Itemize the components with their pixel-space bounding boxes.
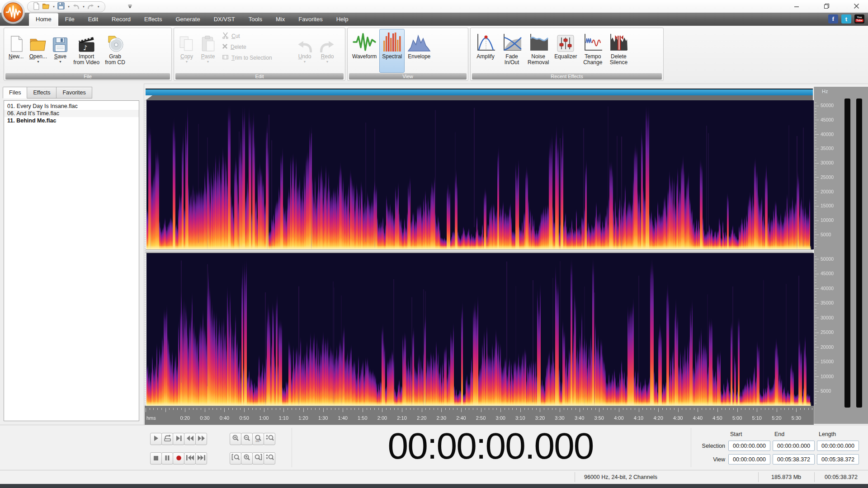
spectrogram-channel-left[interactable] [146, 100, 814, 249]
tempo-change-button[interactable]: TempoChange [580, 29, 606, 73]
ribbon-group-label-view: View [349, 73, 467, 80]
overview-navigation-bar[interactable] [146, 89, 813, 95]
fade-icon [501, 31, 522, 52]
ribbon-group-label-edit: Edit [175, 73, 344, 80]
spectral-button[interactable]: Spectral [379, 29, 405, 73]
minimize-icon[interactable] [788, 1, 806, 11]
dropdown-caret-icon[interactable]: ▼ [185, 60, 189, 63]
envelope-button[interactable]: Envelope [405, 29, 434, 73]
go-to-end-button[interactable] [195, 452, 207, 465]
zoom-in-alt-button[interactable] [241, 452, 253, 465]
tab-file[interactable]: File [58, 13, 81, 26]
tab-dx-vst[interactable]: DX/VST [207, 13, 242, 26]
side-tab-favorites[interactable]: Favorites [57, 87, 92, 99]
grab-from-cd-button[interactable]: Grabfrom CD [102, 29, 128, 73]
copy-label: Copy [180, 54, 193, 60]
customize-toolbar-button[interactable] [127, 3, 132, 11]
playhead-marker-icon[interactable] [146, 95, 152, 100]
dropdown-caret-icon[interactable]: ▼ [303, 60, 307, 63]
waveform-button[interactable]: Waveform [349, 29, 379, 73]
dropdown-caret-icon[interactable]: ▼ [82, 5, 85, 8]
cut-button[interactable]: Cut [222, 32, 290, 41]
dropdown-caret-icon[interactable]: ▼ [67, 5, 70, 8]
app-logo-menu-button[interactable] [1, 0, 25, 24]
fast-forward-icon [198, 435, 205, 443]
selection-end-field[interactable]: 00:00:00.000 [773, 441, 815, 451]
dropdown-caret-icon[interactable]: ▼ [59, 60, 62, 63]
dropdown-caret-icon[interactable]: ▼ [207, 60, 210, 63]
play-button[interactable] [150, 433, 162, 445]
record-button[interactable] [173, 452, 184, 465]
amplify-button[interactable]: Amplify [472, 29, 499, 73]
file-item[interactable]: 01. Every Day Is Insane.flac [4, 103, 139, 110]
zoom-100-button[interactable]: 100 [252, 433, 264, 445]
maximize-icon[interactable] [817, 1, 835, 11]
redo-button[interactable] [86, 2, 95, 11]
tab-effects[interactable]: Effects [137, 13, 169, 26]
delete-button[interactable]: Delete [222, 42, 290, 52]
dropdown-caret-icon[interactable]: ▼ [37, 60, 40, 63]
window-controls [788, 1, 865, 11]
zoom-out-icon [242, 434, 251, 444]
equalizer-button[interactable]: Equalizer [552, 29, 580, 73]
youtube-icon[interactable]: YouTube [854, 14, 864, 23]
view-start-field[interactable]: 00:00:00.000 [728, 454, 770, 465]
delete-icon [222, 43, 228, 51]
zoom-vertical-alt-button[interactable] [264, 452, 275, 465]
close-icon[interactable] [847, 1, 865, 11]
delete-silence-button[interactable]: DeleteSilence [606, 29, 631, 73]
twitter-icon[interactable]: t [841, 14, 851, 23]
spectral-label: Spectral [382, 54, 402, 60]
zoom-selection-end-button[interactable] [252, 452, 264, 465]
tab-edit[interactable]: Edit [81, 13, 105, 26]
undo-button[interactable] [71, 2, 80, 11]
tab-home[interactable]: Home [29, 13, 58, 26]
paste-button[interactable]: Paste▼ [198, 29, 218, 73]
spectrogram-channel-right[interactable] [146, 253, 814, 406]
loop-button[interactable] [161, 433, 173, 445]
fast-forward-button[interactable] [195, 433, 207, 445]
save-button[interactable]: Save▼ [50, 29, 71, 73]
dropdown-caret-icon[interactable]: ▼ [52, 5, 55, 8]
file-item[interactable]: 06. And It's Time.flac [4, 110, 139, 117]
dropdown-caret-icon[interactable]: ▼ [326, 60, 329, 63]
import-from-video-button[interactable]: ♪Importfrom Video [71, 29, 102, 73]
selection-start-field[interactable]: 00:00:00.000 [728, 441, 770, 451]
playhead-strip[interactable] [146, 95, 813, 100]
redo-button[interactable]: Redo▼ [316, 29, 339, 73]
save-file-button[interactable] [57, 2, 66, 11]
new-button[interactable]: New... [6, 29, 26, 73]
trim-to-selection-button[interactable]: Trim to Selection [222, 53, 290, 62]
rewind-button[interactable] [184, 433, 196, 445]
play-to-end-button[interactable] [173, 433, 184, 445]
tab-help[interactable]: Help [330, 13, 355, 26]
view-length-field[interactable]: 00:05:38.372 [817, 454, 859, 465]
tab-favorites[interactable]: Favorites [292, 13, 329, 26]
new-file-button[interactable] [32, 2, 40, 11]
go-to-start-button[interactable] [184, 452, 196, 465]
tab-tools[interactable]: Tools [242, 13, 269, 26]
tab-mix[interactable]: Mix [269, 13, 292, 26]
selection-length-field[interactable]: 00:00:00.000 [817, 441, 859, 451]
copy-button[interactable]: Copy▼ [176, 29, 198, 73]
tab-record[interactable]: Record [105, 13, 137, 26]
zoom-selection-start-button[interactable] [230, 452, 241, 465]
zoom-out-button[interactable] [241, 433, 253, 445]
time-ruler[interactable] [145, 406, 814, 425]
facebook-icon[interactable]: f [828, 14, 838, 23]
zoom-vertical-button[interactable] [264, 433, 275, 445]
tab-generate[interactable]: Generate [169, 13, 207, 26]
file-item[interactable]: 11. Behind Me.flac [4, 117, 139, 124]
side-tab-effects[interactable]: Effects [27, 87, 57, 99]
undo-button[interactable]: Undo▼ [293, 29, 316, 73]
dropdown-caret-icon[interactable]: ▼ [97, 5, 100, 8]
view-end-field[interactable]: 00:05:38.372 [773, 454, 815, 465]
pause-button[interactable] [161, 452, 173, 465]
open-file-button[interactable] [41, 2, 51, 11]
noise-removal-button[interactable]: NoiseRemoval [525, 29, 552, 73]
fade-in-out-button[interactable]: FadeIn/Out [499, 29, 525, 73]
open-button[interactable]: Open...▼ [26, 29, 50, 73]
zoom-in-button[interactable] [230, 433, 241, 445]
side-tab-files[interactable]: Files [3, 87, 27, 99]
stop-button[interactable] [150, 452, 162, 465]
